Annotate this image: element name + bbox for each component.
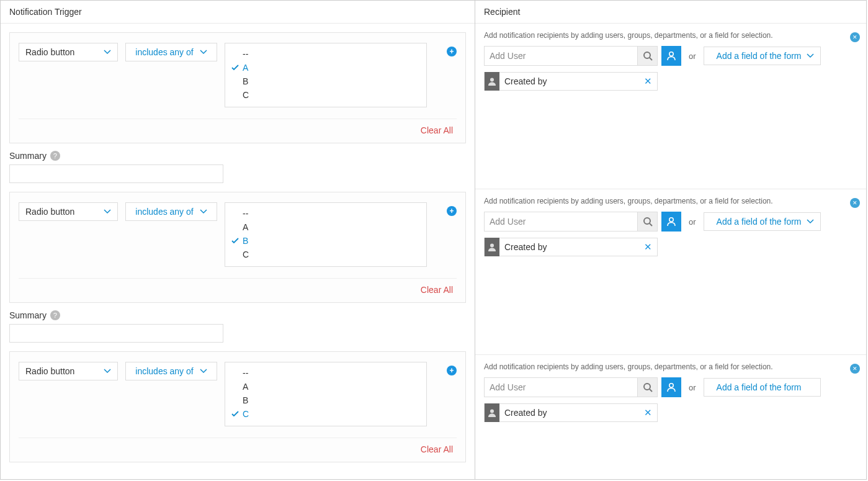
value-option[interactable]: -- <box>231 47 420 61</box>
header-spacer <box>844 1 866 23</box>
add-condition-button[interactable]: + <box>447 206 457 216</box>
value-option[interactable]: B <box>231 234 420 248</box>
field-select[interactable]: Radio button <box>19 362 118 380</box>
form-field-select[interactable]: Add a field of the form <box>704 47 821 65</box>
search-button[interactable] <box>637 47 657 65</box>
value-option[interactable]: C <box>231 248 420 261</box>
recipient-hint: Add notification recipients by adding us… <box>484 362 835 371</box>
check-icon <box>231 411 239 417</box>
value-option[interactable]: C <box>231 88 420 102</box>
value-option[interactable]: -- <box>231 207 420 220</box>
add-condition-button[interactable]: + <box>447 366 457 375</box>
user-icon <box>666 382 677 393</box>
chevron-down-icon <box>807 219 814 224</box>
value-option-list: -- A B C <box>225 202 427 267</box>
recipient-chip: Created by ✕ <box>484 72 658 91</box>
summary-label: Summary <box>9 310 47 320</box>
rule-card: Radio button includes any of -- A B C + <box>9 351 466 462</box>
check-icon <box>231 65 239 71</box>
user-picker-button[interactable] <box>661 46 681 66</box>
user-icon <box>666 216 677 227</box>
avatar-icon <box>485 238 499 256</box>
recipient-hint: Add notification recipients by adding us… <box>484 31 835 40</box>
search-button[interactable] <box>637 212 657 231</box>
rule-row: Radio button includes any of -- A <box>19 43 457 107</box>
value-option[interactable]: -- <box>231 366 420 380</box>
recipient-row: Add notification recipients by adding us… <box>475 24 866 189</box>
svg-line-5 <box>650 223 652 226</box>
rule-row: Radio button includes any of -- A B C + <box>19 362 457 426</box>
user-search <box>484 377 658 397</box>
user-search-input[interactable] <box>485 378 637 397</box>
divider <box>19 119 457 119</box>
recipient-chip-list: Created by ✕ <box>484 238 835 256</box>
svg-point-2 <box>669 52 673 56</box>
recipient-chip-list: Created by ✕ <box>484 72 835 91</box>
recipient-row: Add notification recipients by adding us… <box>475 355 866 432</box>
svg-point-3 <box>490 78 494 82</box>
search-button[interactable] <box>637 378 657 397</box>
form-field-select-label: Add a field of the form <box>717 51 802 61</box>
recipient-chip-label: Created by <box>504 408 547 418</box>
row-action-cell: ✕ <box>844 24 866 189</box>
operator-select[interactable]: includes any of <box>125 362 217 380</box>
form-field-select[interactable]: Add a field of the form <box>704 378 821 397</box>
recipient-chip: Created by ✕ <box>484 238 658 256</box>
value-option[interactable]: A <box>231 380 420 393</box>
recipient-controls: or Add a field of the form <box>484 46 835 66</box>
value-option[interactable]: C <box>231 407 420 421</box>
field-select[interactable]: Radio button <box>19 43 118 61</box>
delete-row-button[interactable]: ✕ <box>850 32 860 42</box>
help-icon[interactable]: ? <box>50 151 60 161</box>
recipient-controls: or Add a field of the form <box>484 377 835 397</box>
search-icon <box>643 382 653 392</box>
recipient-block: Add notification recipients by adding us… <box>475 24 844 189</box>
add-condition-button[interactable]: + <box>447 47 457 56</box>
clear-all-link[interactable]: Clear All <box>19 284 457 296</box>
svg-point-4 <box>644 218 650 224</box>
search-icon <box>643 217 653 227</box>
delete-row-button[interactable]: ✕ <box>850 364 860 374</box>
check-icon <box>231 238 239 244</box>
svg-line-9 <box>650 389 652 392</box>
avatar-icon <box>485 403 499 422</box>
summary-label-row: Summary ? <box>9 310 466 320</box>
operator-label: includes any of <box>135 47 193 57</box>
user-picker-button[interactable] <box>661 212 681 232</box>
remove-recipient-button[interactable]: ✕ <box>644 76 652 87</box>
value-option[interactable]: B <box>231 74 420 88</box>
summary-input[interactable] <box>9 164 223 183</box>
delete-row-button[interactable]: ✕ <box>850 198 860 208</box>
rule-block: Radio button includes any of -- A B C + <box>1 183 475 303</box>
chevron-down-icon <box>807 53 814 58</box>
recipient-hint: Add notification recipients by adding us… <box>484 197 835 205</box>
or-text: or <box>689 217 696 227</box>
summary-row: Summary ? <box>1 303 475 343</box>
remove-recipient-button[interactable]: ✕ <box>644 407 652 418</box>
clear-all-link[interactable]: Clear All <box>19 124 457 137</box>
chevron-down-icon <box>200 50 207 55</box>
user-search-input[interactable] <box>485 212 637 231</box>
form-field-select[interactable]: Add a field of the form <box>704 212 821 231</box>
svg-point-10 <box>669 384 673 387</box>
remove-recipient-button[interactable]: ✕ <box>644 241 652 253</box>
help-icon[interactable]: ? <box>50 310 60 320</box>
operator-label: includes any of <box>135 207 193 217</box>
rule-card: Radio button includes any of -- A <box>9 32 466 143</box>
clear-all-link[interactable]: Clear All <box>19 443 457 456</box>
divider <box>19 278 457 279</box>
operator-select[interactable]: includes any of <box>125 43 217 61</box>
value-option[interactable]: B <box>231 393 420 407</box>
recipient-chip-label: Created by <box>504 76 547 86</box>
value-option[interactable]: A <box>231 61 420 74</box>
user-picker-button[interactable] <box>661 377 681 397</box>
operator-select[interactable]: includes any of <box>125 202 217 221</box>
summary-label-row: Summary ? <box>9 151 466 161</box>
summary-input[interactable] <box>9 324 223 343</box>
field-select[interactable]: Radio button <box>19 202 118 221</box>
chevron-down-icon <box>104 209 111 214</box>
value-option[interactable]: A <box>231 220 420 234</box>
user-search-input[interactable] <box>485 47 637 65</box>
svg-point-6 <box>669 218 673 222</box>
recipient-block: Add notification recipients by adding us… <box>475 355 844 432</box>
